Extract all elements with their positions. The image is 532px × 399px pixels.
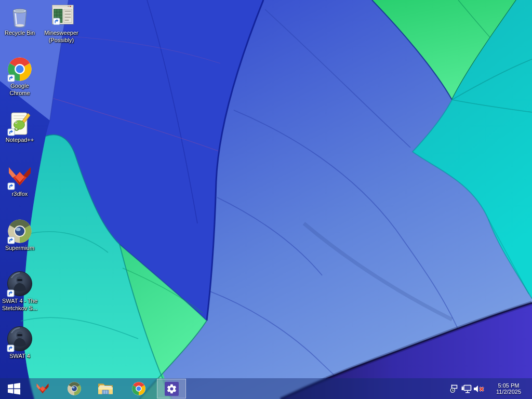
desktop-icon-label: Notepad++ xyxy=(6,137,34,144)
desktop-icon-label: Google xyxy=(10,83,29,89)
desktop-icon-label: Recycle Bin xyxy=(5,30,35,37)
desktop-icon-swat4-stetchkov[interactable]: SWAT 4 - TheStetchkov S... xyxy=(0,271,39,312)
desktop-icon-recycle-bin[interactable]: Recycle Bin xyxy=(0,3,39,37)
shortcut-arrow-icon xyxy=(8,237,15,244)
action-center-icon[interactable] xyxy=(448,378,460,399)
shortcut-arrow-icon xyxy=(7,345,14,352)
shortcut-arrow-icon xyxy=(8,75,15,82)
r3dfox-icon xyxy=(7,165,32,190)
file-explorer-icon xyxy=(98,382,113,395)
notepad-plus-plus-icon xyxy=(7,111,32,136)
windows-logo-icon xyxy=(7,383,21,395)
taskbar-settings-button[interactable] xyxy=(157,379,186,398)
swat4-stetchkov-icon xyxy=(7,271,33,297)
supermium-icon xyxy=(7,219,32,244)
desktop-icon-label: r3dfox xyxy=(12,191,28,198)
gear-icon xyxy=(166,383,177,394)
chrome-icon xyxy=(7,57,32,82)
taskbar-supermium-button[interactable] xyxy=(64,378,85,399)
desktop-icon-swat4[interactable]: SWAT 4 xyxy=(0,326,39,360)
minesweeper-icon xyxy=(48,4,74,29)
clock-date: 11/2/2025 xyxy=(488,389,529,395)
desktop-icon-notepad-plus-plus[interactable]: Notepad++ xyxy=(0,110,39,144)
network-icon[interactable] xyxy=(460,378,473,399)
settings-tile xyxy=(165,382,179,396)
taskbar-file-explorer-button[interactable] xyxy=(95,378,116,399)
recycle-bin-icon xyxy=(8,4,31,29)
start-button[interactable] xyxy=(1,378,27,399)
system-tray: 5:05 PM 11/2/2025 xyxy=(448,378,532,399)
shortcut-arrow-icon xyxy=(8,183,15,190)
clock-time: 5:05 PM xyxy=(488,382,529,389)
desktop-icon-label: SWAT 4 xyxy=(9,353,30,360)
taskbar-clock[interactable]: 5:05 PM 11/2/2025 xyxy=(488,382,529,395)
desktop-icon-google-chrome[interactable]: GoogleChrome xyxy=(0,56,39,97)
r3dfox-icon xyxy=(36,382,49,395)
swat4-icon xyxy=(7,326,33,352)
shortcut-arrow-icon xyxy=(8,129,15,136)
chrome-icon xyxy=(131,381,146,396)
desktop-icon-label: Minesweeper xyxy=(44,30,78,36)
shortcut-arrow-icon xyxy=(7,290,14,297)
shortcut-arrow-icon xyxy=(54,18,60,25)
supermium-icon xyxy=(67,381,82,396)
desktop-icon-label: SWAT 4 - The xyxy=(2,298,37,304)
desktop-icon-label: Supermium xyxy=(5,245,34,252)
taskbar: 5:05 PM 11/2/2025 xyxy=(0,378,532,399)
taskbar-chrome-button[interactable] xyxy=(128,378,149,399)
taskbar-r3dfox-button[interactable] xyxy=(32,378,53,399)
desktop-icon-r3dfox[interactable]: r3dfox xyxy=(0,164,39,198)
desktop: Recycle Bin Minesweeper(Possibly) xyxy=(0,0,532,399)
volume-muted-icon[interactable] xyxy=(473,378,485,399)
desktop-icon-minesweeper[interactable]: Minesweeper(Possibly) xyxy=(38,3,84,44)
desktop-icon-supermium[interactable]: Supermium xyxy=(0,218,39,252)
